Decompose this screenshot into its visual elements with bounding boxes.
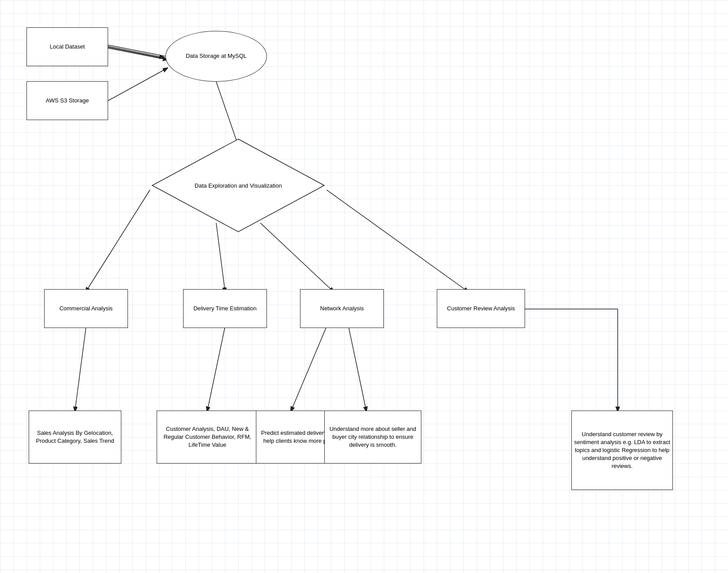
svg-line-11 [75,327,86,411]
svg-line-12 [207,327,225,411]
svg-line-6 [216,82,238,146]
mysql-node: Data Storage at MySQL [165,31,267,82]
seller-buyer-node: Understand more about seller and buyer c… [324,411,421,464]
sentiment-node: Understand customer review by sentiment … [571,411,673,490]
svg-line-13 [291,327,326,411]
local-dataset-node: Local Dataset [26,27,108,66]
diagram-canvas: Local Dataset AWS S3 Storage Data Storag… [0,0,728,573]
svg-line-5 [108,68,167,101]
customer-review-node: Customer Review Analysis [437,289,525,328]
svg-line-2 [108,47,163,58]
commercial-analysis-node: Commercial Analysis [44,289,128,328]
svg-line-10 [326,190,468,291]
delivery-time-node: Delivery Time Estimation [183,289,267,328]
customer-analysis-node: Customer Analysis, DAU, New & Regular Cu… [157,411,258,464]
svg-line-4 [108,48,167,60]
sales-analysis-node: Sales Analysis By Gelocation, Product Ca… [29,411,121,464]
svg-line-7 [86,190,150,291]
svg-line-1 [108,46,163,57]
aws-s3-node: AWS S3 Storage [26,81,108,120]
svg-line-14 [349,327,366,411]
svg-line-3 [108,45,167,57]
diamond-node: Data Exploration and Visualization [150,137,326,234]
network-analysis-node: Network Analysis [300,289,384,328]
